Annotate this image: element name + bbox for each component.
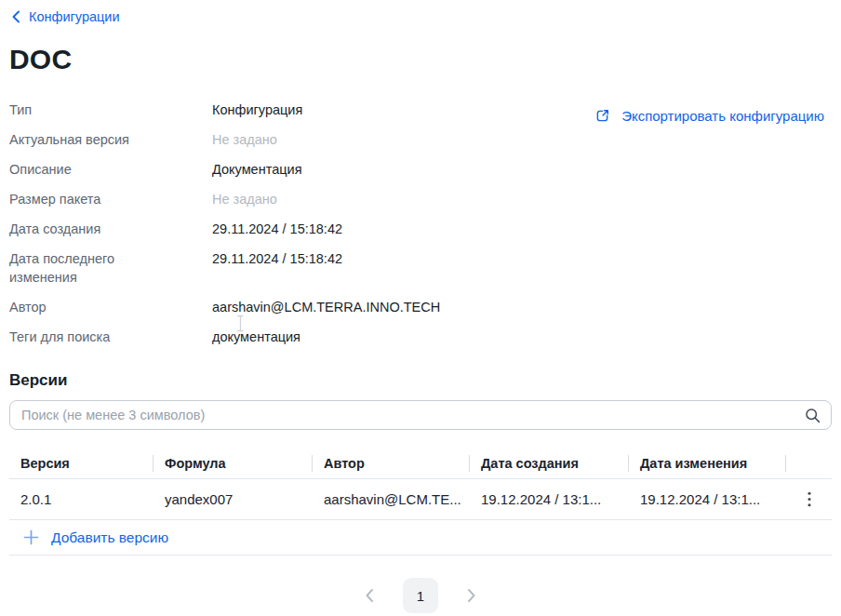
detail-row-package-size: Размер пакета Не задано xyxy=(9,190,832,208)
version-table-row[interactable]: 2.0.1 yandex007 aarshavin@LCM.TE... 19.1… xyxy=(9,479,832,520)
column-header-created: Дата создания xyxy=(470,449,629,478)
detail-row-search-tags: Теги для поиска документация xyxy=(9,328,832,346)
pagination-prev-button[interactable] xyxy=(358,584,380,607)
chevron-right-icon xyxy=(466,587,477,604)
kebab-menu-icon xyxy=(808,491,811,507)
cell-formula: yandex007 xyxy=(154,491,313,507)
details-section: Экспортировать конфигурацию Тип Конфигур… xyxy=(9,100,832,346)
detail-label: Размер пакета xyxy=(9,190,212,208)
configuration-detail-page: Конфигурации DOC Экспортировать конфигур… xyxy=(0,0,841,613)
detail-row-modified-date: Дата последнего изменения 29.11.2024 / 1… xyxy=(9,249,832,287)
detail-label: Автор xyxy=(9,298,212,316)
detail-row-description: Описание Документация xyxy=(9,160,832,179)
detail-row-actual-version: Актуальная версия Не задано xyxy=(9,130,832,149)
cell-version: 2.0.1 xyxy=(9,491,154,507)
add-version-label: Добавить версию xyxy=(51,529,168,546)
pagination-current-page[interactable]: 1 xyxy=(403,578,438,613)
detail-label: Дата последнего изменения xyxy=(9,249,212,287)
back-to-configurations-link[interactable]: Конфигурации xyxy=(11,9,120,24)
export-icon xyxy=(594,107,611,125)
versions-section-heading: Версии xyxy=(9,371,832,390)
column-header-author: Автор xyxy=(313,449,470,478)
cell-created: 19.12.2024 / 13:1... xyxy=(470,491,629,507)
detail-label: Теги для поиска xyxy=(9,328,212,346)
column-header-formula: Формула xyxy=(154,449,313,478)
versions-search-input[interactable] xyxy=(9,400,832,430)
chevron-left-icon xyxy=(364,587,375,604)
cell-author: aarshavin@LCM.TE... xyxy=(313,491,470,507)
back-link-label: Конфигурации xyxy=(29,9,120,24)
chevron-left-icon xyxy=(11,9,20,24)
detail-label: Актуальная версия xyxy=(9,130,212,149)
detail-value: 29.11.2024 / 15:18:42 xyxy=(212,249,342,268)
pagination: 1 xyxy=(9,578,832,613)
export-button-label: Экспортировать конфигурацию xyxy=(621,108,824,124)
row-actions-menu-button[interactable] xyxy=(796,487,822,513)
versions-search xyxy=(9,400,832,430)
detail-label: Дата создания xyxy=(9,220,212,238)
column-header-version: Версия xyxy=(9,449,154,478)
detail-value: aarshavin@LCM.TERRA.INNO.TECH xyxy=(212,298,440,316)
detail-value: Документация xyxy=(212,160,301,179)
detail-row-author: Автор aarshavin@LCM.TERRA.INNO.TECH xyxy=(9,298,832,316)
detail-value: документация xyxy=(212,328,300,346)
versions-table: Версия Формула Автор Дата создания Дата … xyxy=(9,449,832,556)
plus-icon xyxy=(23,529,39,545)
detail-label: Описание xyxy=(9,160,212,179)
column-header-actions xyxy=(786,449,832,478)
detail-row-created-date: Дата создания 29.11.2024 / 15:18:42 xyxy=(9,220,832,238)
current-page-number: 1 xyxy=(417,588,424,604)
pagination-next-button[interactable] xyxy=(461,584,483,607)
page-title: DOC xyxy=(9,44,832,75)
column-header-modified: Дата изменения xyxy=(629,449,786,478)
cell-modified: 19.12.2024 / 13:1... xyxy=(629,491,786,507)
detail-value: Не задано xyxy=(212,190,277,208)
detail-value: 29.11.2024 / 15:18:42 xyxy=(212,220,342,238)
text-cursor xyxy=(235,315,246,332)
versions-table-header: Версия Формула Автор Дата создания Дата … xyxy=(9,449,832,479)
add-version-button[interactable]: Добавить версию xyxy=(9,520,832,556)
detail-value: Конфигурация xyxy=(212,100,302,119)
detail-value: Не задано xyxy=(212,130,277,149)
export-configuration-button[interactable]: Экспортировать конфигурацию xyxy=(594,107,824,125)
detail-label: Тип xyxy=(9,100,212,119)
